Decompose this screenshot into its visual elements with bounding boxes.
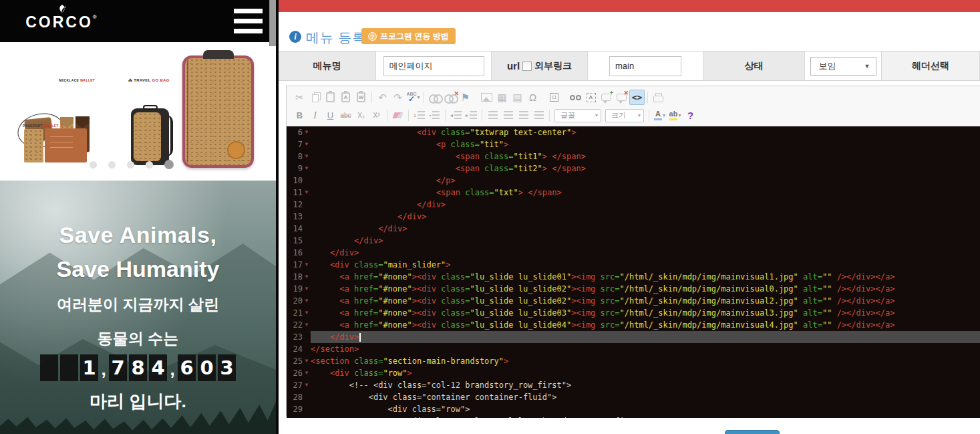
code-line[interactable]: 11▼ <span class="txt"> </span> bbox=[287, 187, 980, 199]
table-icon[interactable]: ▦ bbox=[494, 90, 510, 105]
code-line[interactable]: 16 </div> bbox=[287, 247, 980, 259]
specialchar-icon[interactable]: Ω bbox=[525, 90, 540, 105]
code-line[interactable]: 20▼ <a href="#none"><div class="lu_slide… bbox=[287, 295, 980, 307]
slider-dot[interactable] bbox=[127, 161, 134, 169]
source-button[interactable]: <> bbox=[629, 90, 645, 105]
fold-caret-icon[interactable]: ▼ bbox=[303, 187, 311, 199]
bubble-add-icon[interactable]: + bbox=[599, 90, 614, 105]
align-left-icon[interactable] bbox=[485, 108, 500, 123]
code-line[interactable]: 21▼ <a href="#none"><div class="lu_slide… bbox=[287, 307, 980, 319]
site-logo[interactable]: CORCO® bbox=[25, 3, 99, 40]
cut-icon[interactable]: ✂ bbox=[292, 90, 307, 105]
line-number: 10 bbox=[287, 175, 303, 187]
paste-text-icon[interactable]: A bbox=[338, 90, 353, 105]
copy-icon[interactable] bbox=[307, 90, 323, 105]
maximize-icon[interactable] bbox=[546, 90, 562, 105]
code-line[interactable]: 13 </div> bbox=[287, 211, 980, 223]
fold-caret-icon[interactable]: ▼ bbox=[303, 307, 311, 319]
fold-caret-icon[interactable]: ▼ bbox=[303, 162, 311, 175]
fold-caret-icon[interactable]: ▼ bbox=[303, 355, 311, 367]
code-line[interactable]: 15 </div> bbox=[287, 235, 980, 247]
program-link-help-button[interactable]: ? 프로그램 연동 방법 bbox=[361, 28, 456, 44]
slider-dot[interactable] bbox=[146, 161, 153, 169]
code-line[interactable]: 27▼ <!-- <div class="col-12 brandstory_r… bbox=[287, 379, 980, 391]
numbered-list-icon[interactable]: 1 bbox=[412, 108, 427, 123]
code-line[interactable]: 9▼ <span class="tit2"> </span> bbox=[287, 162, 980, 175]
text-color-icon[interactable]: A▾ bbox=[652, 108, 667, 123]
code-line[interactable]: 24</section> bbox=[287, 343, 980, 355]
font-combo[interactable]: 글꼴▾ bbox=[552, 108, 603, 123]
about-icon[interactable]: ? bbox=[683, 108, 698, 123]
hamburger-menu-icon[interactable] bbox=[234, 9, 263, 33]
italic-icon[interactable]: I bbox=[307, 108, 323, 123]
bg-color-icon[interactable]: ab▾ bbox=[667, 108, 683, 123]
fold-spacer bbox=[303, 391, 311, 403]
find-icon[interactable] bbox=[568, 90, 583, 105]
code-line[interactable]: 6▼ <div class="txtwrap text-center"> bbox=[287, 126, 980, 138]
source-code-area[interactable]: 6▼ <div class="txtwrap text-center">7▼ <… bbox=[287, 126, 980, 418]
fold-caret-icon[interactable]: ▼ bbox=[303, 319, 311, 331]
site-preview: CORCO® NECKLACE WALLET PASSPORT WALLET .… bbox=[0, 0, 276, 434]
link-icon[interactable] bbox=[427, 90, 442, 105]
remove-format-icon[interactable] bbox=[390, 108, 405, 123]
fold-caret-icon[interactable]: ▼ bbox=[303, 126, 311, 138]
align-right-icon[interactable] bbox=[516, 108, 531, 123]
fold-caret-icon[interactable]: ▼ bbox=[303, 367, 311, 379]
anchor-icon[interactable]: ⚑ bbox=[458, 90, 473, 105]
paste-word-icon[interactable]: W bbox=[353, 90, 369, 105]
fold-caret-icon[interactable]: ▼ bbox=[303, 283, 311, 295]
code-line[interactable]: 10 </p> bbox=[287, 175, 980, 187]
external-link-checkbox[interactable] bbox=[522, 62, 532, 71]
status-select[interactable]: 보임▼ bbox=[810, 57, 876, 76]
align-justify-icon[interactable] bbox=[531, 108, 546, 123]
select-all-icon[interactable]: A bbox=[583, 90, 599, 105]
bold-icon[interactable]: B bbox=[292, 108, 307, 123]
indent-icon[interactable]: ▸ bbox=[464, 108, 479, 123]
paste-icon[interactable] bbox=[323, 90, 338, 105]
bulleted-list-icon[interactable]: • bbox=[427, 108, 442, 123]
url-input[interactable] bbox=[609, 56, 681, 76]
image-icon[interactable] bbox=[479, 90, 494, 105]
bubble-remove-icon[interactable]: ✕ bbox=[614, 90, 629, 105]
fold-caret-icon[interactable]: ▼ bbox=[303, 259, 311, 271]
toolbar-separator bbox=[424, 92, 424, 103]
fold-caret-icon[interactable]: ▼ bbox=[303, 150, 311, 162]
print-icon[interactable] bbox=[651, 90, 666, 105]
fold-caret-icon[interactable]: ▼ bbox=[303, 271, 311, 283]
hline-icon[interactable]: ▤ bbox=[510, 90, 525, 105]
code-line[interactable]: 23 </div> bbox=[287, 331, 980, 343]
fold-caret-icon[interactable]: ▼ bbox=[303, 295, 311, 307]
undo-icon[interactable]: ↶ bbox=[375, 90, 390, 105]
slider-dot[interactable] bbox=[90, 161, 97, 169]
code-line[interactable]: 25▼<section class="section-main-brandsto… bbox=[287, 355, 980, 367]
underline-icon[interactable]: U bbox=[323, 108, 338, 123]
slider-dot[interactable] bbox=[108, 161, 116, 169]
code-line[interactable]: 18▼ <a href="#none"><div class="lu_slide… bbox=[287, 271, 980, 283]
subscript-icon[interactable]: X₂ bbox=[353, 108, 369, 123]
code-line[interactable]: 7▼ <p class="tit"> bbox=[287, 138, 980, 150]
save-button[interactable]: 저장하기 bbox=[725, 430, 780, 434]
menu-name-input[interactable] bbox=[383, 56, 484, 76]
fold-caret-icon[interactable]: ▼ bbox=[303, 138, 311, 150]
fold-spacer bbox=[303, 331, 311, 343]
code-line[interactable]: 12 </div> bbox=[287, 199, 980, 211]
size-combo[interactable]: 크기▾ bbox=[603, 108, 646, 123]
code-line[interactable]: 30 <div class="col-12 col-lg-7 brandstor… bbox=[287, 415, 980, 418]
code-line[interactable]: 14 </div> bbox=[287, 223, 980, 235]
code-line[interactable]: 28 <div class="container container-fluid… bbox=[287, 391, 980, 403]
fold-caret-icon[interactable]: ▼ bbox=[303, 379, 311, 391]
unlink-icon[interactable]: ✕ bbox=[442, 90, 458, 105]
code-line[interactable]: 22▼ <a href="#none"><div class="lu_slide… bbox=[287, 319, 980, 331]
outdent-icon[interactable]: ◂ bbox=[448, 108, 464, 123]
align-center-icon[interactable] bbox=[500, 108, 516, 123]
strikethrough-icon[interactable]: abc bbox=[338, 108, 353, 123]
slider-dot-active[interactable] bbox=[164, 160, 174, 169]
code-line[interactable]: 19▼ <a href="#none"><div class="lu_slide… bbox=[287, 283, 980, 295]
code-line[interactable]: 26▼ <div class="row"> bbox=[287, 367, 980, 379]
code-line[interactable]: 8▼ <span class="tit1"> </span> bbox=[287, 150, 980, 162]
code-line[interactable]: 29 <div class="row"> bbox=[287, 403, 980, 415]
redo-icon[interactable]: ↷ bbox=[390, 90, 405, 105]
code-line[interactable]: 17▼ <div class="main_slider"> bbox=[287, 259, 980, 271]
spellcheck-icon[interactable]: ABC✓▾ bbox=[405, 90, 421, 105]
superscript-icon[interactable]: X² bbox=[369, 108, 384, 123]
